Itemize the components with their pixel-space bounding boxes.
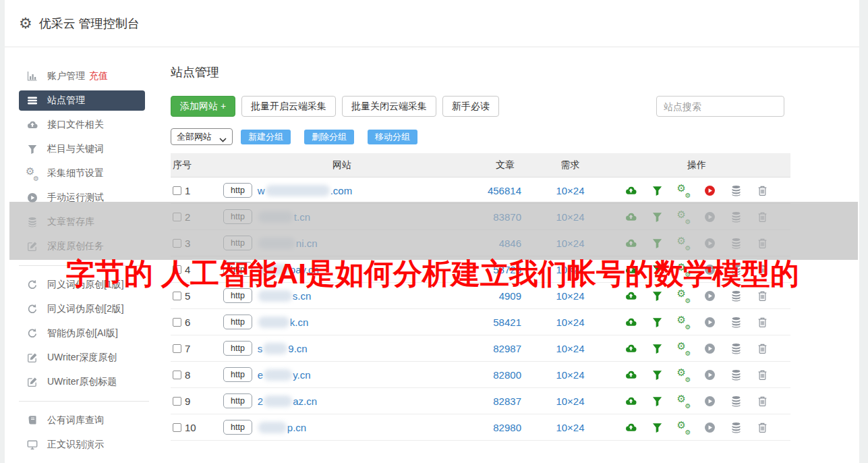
cloud-upload-icon[interactable] bbox=[625, 421, 638, 433]
table-row: 7 http s9.cn 82987 10×24 ⚙⚙ bbox=[171, 335, 790, 362]
database-icon[interactable] bbox=[730, 342, 743, 354]
site-search-input[interactable] bbox=[656, 96, 784, 117]
gears-icon[interactable]: ⚙⚙ bbox=[677, 395, 691, 407]
play-icon[interactable] bbox=[703, 316, 717, 328]
row-checkbox[interactable] bbox=[173, 344, 181, 353]
trash-icon[interactable] bbox=[756, 184, 770, 196]
move-group-button[interactable]: 移动分组 bbox=[368, 130, 417, 144]
cloud-upload-icon[interactable] bbox=[625, 184, 638, 196]
sidebar-item[interactable]: UWriter原创标题 bbox=[5, 370, 167, 394]
cloud-upload-icon[interactable] bbox=[625, 369, 638, 381]
site-domain-link[interactable]: k.cn bbox=[258, 317, 309, 328]
row-checkbox[interactable] bbox=[173, 371, 181, 379]
batch-open-button[interactable]: 批量开启云端采集 bbox=[241, 96, 336, 117]
database-icon[interactable] bbox=[730, 421, 743, 433]
gray-overlay-band bbox=[9, 202, 858, 260]
sidebar-item[interactable]: 公有词库查询 bbox=[5, 408, 167, 433]
article-count-link[interactable]: 82987 bbox=[461, 343, 521, 354]
article-count-link[interactable]: 456814 bbox=[461, 185, 521, 196]
sidebar-item[interactable]: 栏目与关键词 bbox=[5, 137, 167, 161]
database-icon[interactable] bbox=[730, 395, 743, 407]
gears-icon[interactable]: ⚙⚙ bbox=[677, 421, 691, 433]
cloud-upload-icon bbox=[26, 119, 38, 131]
trash-icon[interactable] bbox=[756, 421, 770, 433]
sidebar-item[interactable]: UWriter深度原创 bbox=[5, 346, 167, 370]
table-row: 1 http w.com 456814 10×24 ⚙⚙ bbox=[171, 178, 790, 204]
cloud-upload-icon[interactable] bbox=[625, 342, 638, 354]
site-domain-link[interactable]: s9.cn bbox=[258, 343, 308, 354]
filter-icon[interactable] bbox=[651, 421, 664, 433]
row-checkbox[interactable] bbox=[173, 397, 181, 406]
row-checkbox[interactable] bbox=[173, 186, 181, 195]
article-count-link[interactable]: 82980 bbox=[461, 422, 521, 433]
http-chip[interactable]: http bbox=[223, 183, 252, 198]
newbie-guide-button[interactable]: 新手必读 bbox=[442, 96, 499, 117]
http-chip[interactable]: http bbox=[223, 341, 252, 356]
toolbar-groups: 全部网站 新建分组 删除分组 移动分组 bbox=[171, 128, 790, 145]
play-icon[interactable] bbox=[703, 184, 717, 196]
article-count-link[interactable]: 82800 bbox=[461, 369, 521, 381]
demand-link[interactable]: 10×24 bbox=[521, 396, 619, 407]
batch-close-button[interactable]: 批量关闭云端采集 bbox=[342, 96, 436, 117]
demand-link[interactable]: 10×24 bbox=[521, 317, 619, 328]
gears-icon[interactable]: ⚙⚙ bbox=[677, 342, 691, 354]
database-icon[interactable] bbox=[730, 369, 743, 381]
sidebar-item[interactable]: ⚙⚙ 采集细节设置 bbox=[5, 161, 167, 186]
sidebar-item[interactable]: 智能伪原创[AI版] bbox=[5, 321, 167, 346]
recharge-link[interactable]: 充值 bbox=[89, 70, 108, 82]
trash-icon[interactable] bbox=[756, 395, 770, 407]
new-group-button[interactable]: 新建分组 bbox=[241, 130, 291, 144]
site-domain-link[interactable]: p.cn bbox=[258, 422, 306, 433]
col-header-demand: 需求 bbox=[521, 159, 619, 171]
demand-link[interactable]: 10×24 bbox=[521, 369, 619, 381]
site-domain-link[interactable]: ey.cn bbox=[258, 369, 311, 381]
sidebar-item-label: 账户管理 bbox=[47, 70, 85, 82]
sidebar-item[interactable]: 正文识别演示 bbox=[5, 433, 167, 457]
refresh-icon bbox=[26, 279, 38, 291]
demand-link[interactable]: 10×24 bbox=[521, 422, 619, 433]
article-count-link[interactable]: 82837 bbox=[461, 396, 521, 407]
group-filter-value: 全部网站 bbox=[177, 131, 212, 143]
cloud-upload-icon[interactable] bbox=[625, 395, 638, 407]
row-index: 6 bbox=[185, 317, 190, 328]
database-icon[interactable] bbox=[730, 316, 743, 328]
row-checkbox[interactable] bbox=[173, 423, 181, 432]
filter-icon[interactable] bbox=[651, 342, 664, 354]
group-filter-select[interactable]: 全部网站 bbox=[171, 128, 233, 145]
play-icon[interactable] bbox=[703, 421, 717, 433]
row-checkbox[interactable] bbox=[173, 318, 181, 327]
watermark-text: 字节的 人工智能AI是如何分析建立我们帐号的数学模型的 bbox=[66, 254, 799, 294]
gears-icon[interactable]: ⚙⚙ bbox=[677, 184, 691, 196]
site-domain-link[interactable]: 2az.cn bbox=[258, 396, 317, 407]
filter-icon[interactable] bbox=[651, 184, 664, 196]
gears-icon[interactable]: ⚙⚙ bbox=[677, 316, 691, 328]
filter-icon[interactable] bbox=[651, 316, 664, 328]
trash-icon[interactable] bbox=[756, 316, 770, 328]
filter-icon bbox=[26, 144, 38, 155]
http-chip[interactable]: http bbox=[223, 393, 252, 409]
http-chip[interactable]: http bbox=[223, 367, 252, 383]
redacted-domain bbox=[258, 317, 289, 328]
play-icon[interactable] bbox=[703, 395, 717, 407]
delete-group-button[interactable]: 删除分组 bbox=[304, 130, 354, 144]
demand-link[interactable]: 10×24 bbox=[521, 343, 619, 354]
cloud-upload-icon[interactable] bbox=[625, 316, 638, 328]
add-site-button[interactable]: 添加网站 + bbox=[171, 96, 235, 117]
demand-link[interactable]: 10×24 bbox=[521, 185, 619, 196]
sidebar-item[interactable]: 账户管理 充值 bbox=[5, 64, 167, 88]
trash-icon[interactable] bbox=[756, 342, 770, 354]
http-chip[interactable]: http bbox=[223, 315, 252, 330]
http-chip[interactable]: http bbox=[223, 420, 252, 435]
sidebar-item[interactable]: 同义词伪原创[2版] bbox=[5, 297, 167, 321]
trash-icon[interactable] bbox=[756, 369, 770, 381]
play-icon[interactable] bbox=[703, 369, 717, 381]
filter-icon[interactable] bbox=[651, 395, 664, 407]
sidebar-item[interactable]: 接口文件相关 bbox=[5, 113, 167, 137]
filter-icon[interactable] bbox=[651, 369, 664, 381]
sidebar-item[interactable]: 站点管理 bbox=[19, 90, 145, 111]
database-icon[interactable] bbox=[730, 184, 743, 196]
play-icon[interactable] bbox=[703, 342, 717, 354]
gears-icon[interactable]: ⚙⚙ bbox=[677, 369, 691, 381]
article-count-link[interactable]: 58421 bbox=[461, 317, 521, 328]
site-domain-link[interactable]: w.com bbox=[258, 185, 352, 196]
